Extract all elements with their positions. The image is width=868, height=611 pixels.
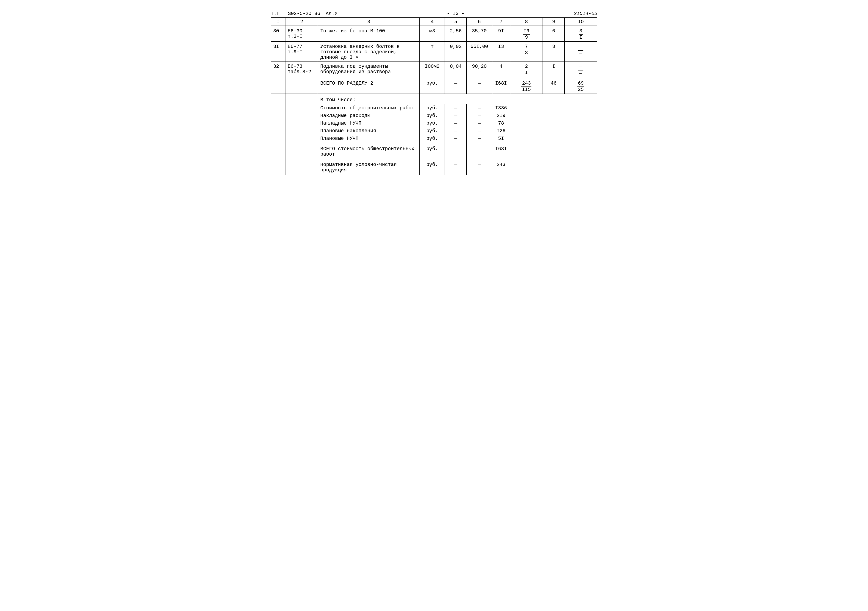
total-empty-1 bbox=[271, 78, 285, 94]
row-32-col7: 4 bbox=[492, 62, 510, 78]
row-32-fraction10: — — bbox=[578, 63, 583, 77]
row-32-col8: 2 I bbox=[510, 62, 543, 78]
breakdown-dash1-3: — bbox=[445, 127, 467, 135]
breakdown-value-2: 78 bbox=[492, 119, 510, 127]
breakdown-dash2-0: — bbox=[467, 104, 492, 112]
breakdown-unit-3: руб. bbox=[420, 127, 445, 135]
breakdown-dash1-2: — bbox=[445, 119, 467, 127]
row-31-fraction8: 7 3 bbox=[524, 44, 529, 56]
row-30-num: 30 bbox=[271, 26, 285, 42]
col-header-2: 2 bbox=[285, 18, 318, 26]
row-31-code: Е6-77 т.9-I bbox=[285, 42, 318, 62]
breakdown-dash1-1: — bbox=[445, 112, 467, 119]
col-header-4: 4 bbox=[420, 18, 445, 26]
col-header-1: I bbox=[271, 18, 285, 26]
breakdown-dash2-2: — bbox=[467, 119, 492, 127]
total-fraction10: 69 25 bbox=[577, 80, 584, 93]
normative-label: Нормативная условно-чистая продукция bbox=[318, 159, 420, 175]
total-fraction8: 243 II5 bbox=[521, 80, 531, 93]
col-header-7: 7 bbox=[492, 18, 510, 26]
row-30-desc: То же, из бетона М-100 bbox=[318, 26, 420, 42]
normative-dash2: — bbox=[467, 159, 492, 175]
breakdown-dash1-0: — bbox=[445, 104, 467, 112]
total-empty-2 bbox=[285, 78, 318, 94]
row-30-price: 35,70 bbox=[467, 26, 492, 42]
breakdown-empty-2 bbox=[285, 94, 318, 104]
total-construction-row: ВСЕГО стоимость общестроительных работ р… bbox=[271, 143, 597, 159]
total-col9: 46 bbox=[543, 78, 564, 94]
breakdown-value-3: I26 bbox=[492, 127, 510, 135]
table-row: 30 Е6-30 т.3-I То же, из бетона М-100 м3… bbox=[271, 26, 597, 42]
total-construction-label: ВСЕГО стоимость общестроительных работ bbox=[318, 143, 420, 159]
row-30-qty: 2,56 bbox=[445, 26, 467, 42]
row-31-price: 65I,00 bbox=[467, 42, 492, 62]
header-doc-code: 2I5I4-05 bbox=[574, 11, 597, 16]
row-30-col8: I9 9 bbox=[510, 26, 543, 42]
breakdown-label-4: Плановые НУЧП bbox=[318, 135, 420, 143]
row-31-col10: — — bbox=[564, 42, 597, 62]
row-32-col10: — — bbox=[564, 62, 597, 78]
row-31-col8: 7 3 bbox=[510, 42, 543, 62]
row-32-code: Е6-73 табл.8-2 bbox=[285, 62, 318, 78]
row-32-num: 32 bbox=[271, 62, 285, 78]
row-30-col9: 6 bbox=[543, 26, 564, 42]
column-header-row: I 2 3 4 5 6 7 8 9 IO bbox=[271, 18, 597, 26]
row-30-fraction10: 3 I bbox=[579, 28, 583, 40]
row-30-code: Е6-30 т.3-I bbox=[285, 26, 318, 42]
col-header-10: IO bbox=[564, 18, 597, 26]
total-label: ВСЕГО ПО РАЗДЕЛУ 2 bbox=[318, 78, 420, 94]
row-30-col10: 3 I bbox=[564, 26, 597, 42]
total-unit: руб. bbox=[420, 78, 445, 94]
table-row: 3I Е6-77 т.9-I Установка анкерных болтов… bbox=[271, 42, 597, 62]
col-header-3: 3 bbox=[318, 18, 420, 26]
breakdown-unit-1: руб. bbox=[420, 112, 445, 119]
total-construction-value: I68I bbox=[492, 143, 510, 159]
breakdown-title-row: В том числе: bbox=[271, 94, 597, 104]
total-construction-dash2: — bbox=[467, 143, 492, 159]
header-tp-label: Т.П. bbox=[271, 11, 282, 16]
row-30-col7: 9I bbox=[492, 26, 510, 42]
normative-value: 243 bbox=[492, 159, 510, 175]
breakdown-label-3: Плановые накопления bbox=[318, 127, 420, 135]
breakdown-dash1-4: — bbox=[445, 135, 467, 143]
total-construction-unit: руб. bbox=[420, 143, 445, 159]
row-30-fraction8: I9 9 bbox=[523, 28, 530, 40]
total-row: ВСЕГО ПО РАЗДЕЛУ 2 руб. — — I68I 243 II5… bbox=[271, 78, 597, 94]
header-doc-type: Ал.У bbox=[326, 11, 337, 16]
normative-dash1: — bbox=[445, 159, 467, 175]
row-31-unit: т bbox=[420, 42, 445, 62]
breakdown-value-1: 2I9 bbox=[492, 112, 510, 119]
breakdown-item-1: Накладные расходы руб. — — 2I9 bbox=[271, 112, 597, 119]
breakdown-label-0: Стоимость общестроительных работ bbox=[318, 104, 420, 112]
breakdown-dash2-1: — bbox=[467, 112, 492, 119]
breakdown-item-3: Плановые накопления руб. — — I26 bbox=[271, 127, 597, 135]
breakdown-item-0: Стоимость общестроительных работ руб. — … bbox=[271, 104, 597, 112]
breakdown-unit-4: руб. bbox=[420, 135, 445, 143]
row-32-qty: 0,04 bbox=[445, 62, 467, 78]
row-32-col9: I bbox=[543, 62, 564, 78]
header-doc-num: S02-5-20.86 bbox=[288, 11, 320, 16]
row-32-desc: Подливка под фундаменты оборудования из … bbox=[318, 62, 420, 78]
total-col10: 69 25 bbox=[564, 78, 597, 94]
row-31-num: 3I bbox=[271, 42, 285, 62]
breakdown-unit-2: руб. bbox=[420, 119, 445, 127]
breakdown-empty-1 bbox=[271, 94, 285, 104]
row-31-col7: I3 bbox=[492, 42, 510, 62]
normative-unit: руб. bbox=[420, 159, 445, 175]
main-table: I 2 3 4 5 6 7 8 9 IO 30 Е6-30 т.3-I То ж… bbox=[271, 17, 597, 175]
row-31-desc: Установка анкерных болтов в готовые гнез… bbox=[318, 42, 420, 62]
row-32-unit: I00м2 bbox=[420, 62, 445, 78]
breakdown-unit-0: руб. bbox=[420, 104, 445, 112]
row-31-qty: 0,02 bbox=[445, 42, 467, 62]
breakdown-dash2-3: — bbox=[467, 127, 492, 135]
header-left: Т.П. S02-5-20.86 Ал.У bbox=[271, 11, 337, 16]
breakdown-value-4: 5I bbox=[492, 135, 510, 143]
row-31-col9: 3 bbox=[543, 42, 564, 62]
breakdown-label-1: Накладные расходы bbox=[318, 112, 420, 119]
breakdown-item-2: Накладные НУЧП руб. — — 78 bbox=[271, 119, 597, 127]
table-row: 32 Е6-73 табл.8-2 Подливка под фундамент… bbox=[271, 62, 597, 78]
breakdown-value-0: I336 bbox=[492, 104, 510, 112]
total-construction-dash1: — bbox=[445, 143, 467, 159]
page-header: Т.П. S02-5-20.86 Ал.У - I3 - 2I5I4-05 bbox=[271, 11, 597, 16]
breakdown-dash2-4: — bbox=[467, 135, 492, 143]
